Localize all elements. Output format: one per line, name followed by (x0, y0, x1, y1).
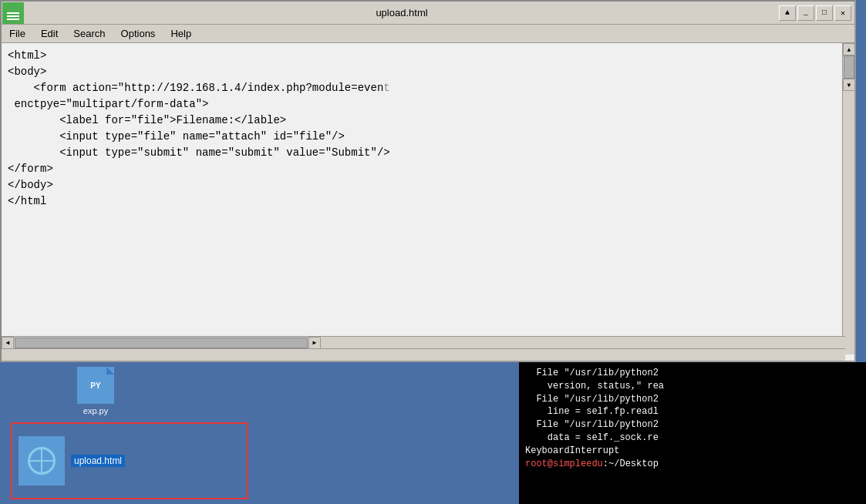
menu-help[interactable]: Help (166, 26, 196, 41)
terminal-window: File "/usr/lib/python2 version, status,"… (519, 362, 866, 504)
icon-upload[interactable]: upload.html (11, 422, 248, 499)
hamburger-icon (7, 12, 19, 14)
minimize-button[interactable]: _ (797, 5, 814, 21)
editor-status-bar (2, 348, 845, 361)
window-title: upload.html (25, 7, 779, 18)
terminal-line-5: File "/usr/lib/python2 (525, 418, 860, 432)
scroll-right-arrow[interactable]: ▶ (308, 337, 321, 349)
scroll-up-button[interactable]: ▲ (779, 5, 796, 21)
expy-filename: exp.py (65, 405, 126, 416)
terminal-prompt: root@simpleedu:~/Desktop (525, 458, 860, 471)
terminal-prompt-text: root@simpleedu (525, 459, 603, 469)
menu-search[interactable]: Search (69, 26, 110, 41)
terminal-prompt-path: :~/Desktop (603, 459, 659, 469)
editor-window: upload.html ▲ _ □ ✕ File Edit Search Opt… (0, 0, 856, 362)
upload-filename: upload.html (71, 455, 125, 467)
menu-bar: File Edit Search Options Help (2, 25, 854, 43)
close-button[interactable]: ✕ (834, 5, 851, 21)
menu-file[interactable]: File (5, 26, 30, 41)
title-bar: upload.html ▲ _ □ ✕ (2, 2, 854, 25)
menu-icon[interactable] (2, 2, 24, 24)
maximize-button[interactable]: □ (816, 5, 833, 21)
globe-icon (28, 447, 56, 475)
expy-icon-image: PY (77, 367, 114, 404)
horizontal-scrollbar[interactable]: ◀ ▶ (2, 336, 845, 348)
upload-icon-image (19, 436, 65, 486)
editor-content[interactable]: <html> <body> <form action="http://192.1… (2, 43, 842, 351)
terminal-line-3: File "/usr/lib/python2 (525, 393, 860, 406)
icon-expy[interactable]: PY exp.py (65, 367, 126, 416)
window-controls: ▲ _ □ ✕ (779, 5, 854, 21)
menu-options[interactable]: Options (116, 26, 160, 41)
scroll-up-arrow[interactable]: ▲ (843, 43, 855, 55)
terminal-line-7: KeyboardInterrupt (525, 445, 860, 458)
menu-edit[interactable]: Edit (36, 26, 62, 41)
terminal-line-2: version, status," rea (525, 380, 860, 393)
scroll-thumb-v[interactable] (844, 55, 854, 79)
scroll-thumb-h[interactable] (15, 338, 308, 348)
terminal-line-4: line = self.fp.readl (525, 405, 860, 418)
terminal-line-1: File "/usr/lib/python2 (525, 367, 860, 380)
vertical-scrollbar[interactable]: ▲ ▼ (842, 43, 854, 354)
scroll-left-arrow[interactable]: ◀ (2, 337, 14, 349)
scroll-down-arrow[interactable]: ▼ (843, 79, 855, 91)
terminal-line-6: data = self._sock.re (525, 432, 860, 445)
expy-icon-label: PY (90, 381, 100, 390)
